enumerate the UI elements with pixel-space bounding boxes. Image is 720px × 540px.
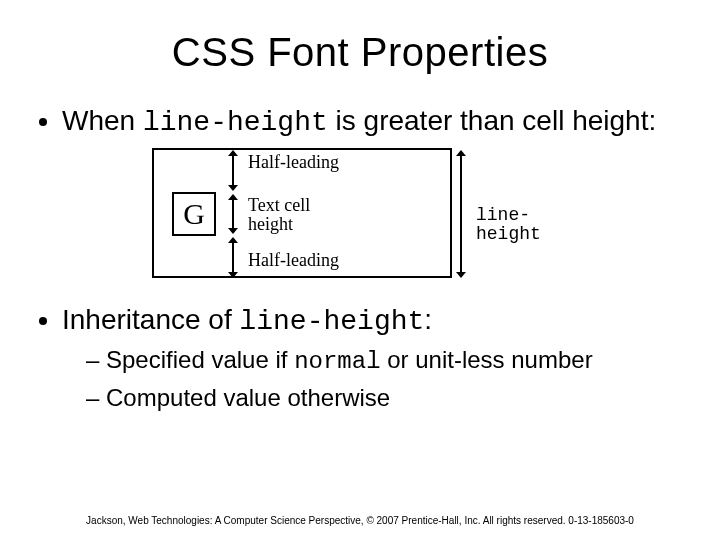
bullet-2-text-b: : <box>424 304 432 335</box>
slide: CSS Font Properties When line-height is … <box>0 0 720 540</box>
bullet-2-text-a: Inheritance of <box>62 304 239 335</box>
sub-bullet-1: Specified value if normal or unit-less n… <box>86 345 688 377</box>
diagram-glyph-cell: G <box>172 192 216 236</box>
bullet-list-2: Inheritance of line-height: Specified va… <box>32 302 688 413</box>
arrow-text-cell-height <box>232 200 234 228</box>
arrow-half-leading-top <box>232 156 234 185</box>
arrow-half-leading-bottom <box>232 243 234 272</box>
label-line-height: line-height <box>476 206 592 244</box>
sub-bullet-1-text-a: Specified value if <box>106 346 294 373</box>
bullet-list: When line-height is greater than cell he… <box>32 103 688 140</box>
sub-bullet-2: Computed value otherwise <box>86 383 688 413</box>
sub-bullet-1-code: normal <box>294 348 380 375</box>
label-text-cell-height: Text cell height <box>248 196 310 234</box>
arrow-line-height <box>460 156 462 272</box>
bullet-1: When line-height is greater than cell he… <box>62 103 688 140</box>
sub-bullet-1-text-b: or unit-less number <box>381 346 593 373</box>
label-half-leading-top: Half-leading <box>248 153 339 172</box>
bullet-1-code: line-height <box>143 107 328 138</box>
bullet-2: Inheritance of line-height: Specified va… <box>62 302 688 413</box>
slide-footer: Jackson, Web Technologies: A Computer Sc… <box>0 515 720 526</box>
bullet-2-code: line-height <box>239 306 424 337</box>
slide-title: CSS Font Properties <box>32 30 688 75</box>
sub-bullet-2-text: Computed value otherwise <box>106 384 390 411</box>
sub-bullet-list: Specified value if normal or unit-less n… <box>62 345 688 413</box>
bullet-1-text-a: When <box>62 105 143 136</box>
bullet-1-text-b: is greater than cell height: <box>328 105 656 136</box>
line-height-diagram: G Half-leading Text cell height Half-lea… <box>152 148 592 278</box>
label-half-leading-bottom: Half-leading <box>248 251 339 270</box>
